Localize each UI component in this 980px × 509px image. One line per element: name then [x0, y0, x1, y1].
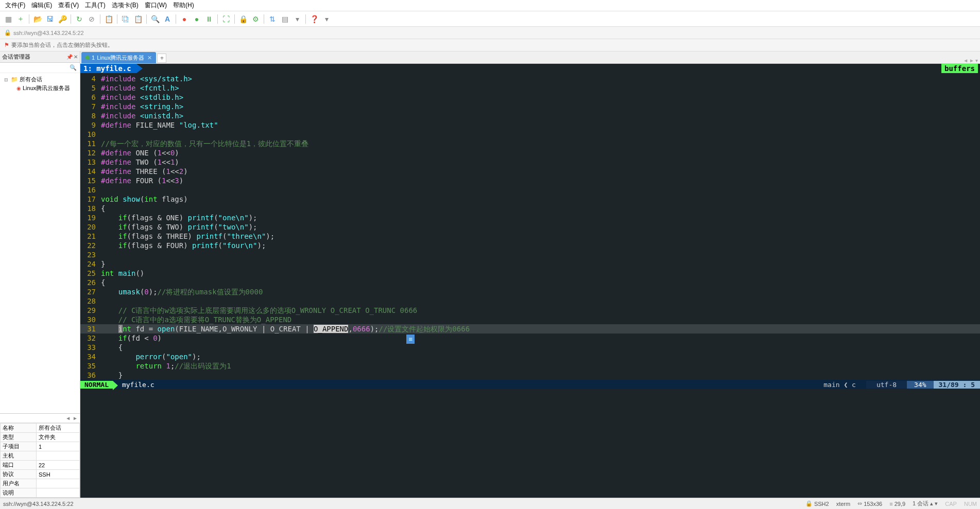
app-statusbar: ssh://wyn@43.143.224.5:22 🔒SSH2 xterm ⇔1…: [0, 498, 980, 509]
code-line: 30 // C语言中的a选项需要将O_TRUNC替换为O_APPEND: [80, 315, 980, 324]
vim-encoding: utf-8: [866, 381, 907, 389]
code-line: 35 return 1;//退出码设置为1: [80, 361, 980, 371]
code-line: 12#define ONE (1<<0): [80, 148, 980, 157]
code-line: 28: [80, 296, 980, 306]
paste-icon[interactable]: 📋: [133, 14, 143, 24]
copy-icon[interactable]: ⿻: [121, 14, 131, 24]
code-line: 20 if(flags & TWO) printf("two\n");: [80, 222, 980, 232]
vim-buffer-tab: 1: myfile.c: [80, 64, 136, 73]
connected-icon: [85, 56, 90, 60]
save-icon[interactable]: 🖫: [45, 14, 55, 24]
menu-item[interactable]: 工具(T): [82, 0, 108, 11]
props-row: 名称所有会话: [1, 424, 80, 433]
tab-prev-icon[interactable]: ◄: [963, 58, 968, 63]
arrange-icon[interactable]: ▤: [280, 14, 290, 24]
code-line: 16: [80, 185, 980, 195]
code-line: 21 if(flags & THREE) printf("three\n");: [80, 232, 980, 241]
statusbar-address: ssh://wyn@43.143.224.5:22: [3, 501, 805, 507]
lock-status-icon: 🔒: [4, 29, 11, 36]
menu-item[interactable]: 编辑(E): [28, 0, 55, 11]
sidebar-search[interactable]: 🔍: [0, 63, 80, 73]
code-line: 8#include <unistd.h>: [80, 111, 980, 120]
address-bar[interactable]: 🔒 ssh://wyn@43.143.224.5:22: [0, 27, 980, 39]
lock-icon[interactable]: 🔒: [238, 14, 248, 24]
font-icon[interactable]: A: [162, 14, 173, 24]
code-line: 5#include <fcntl.h>: [80, 83, 980, 93]
props-row: 子项目1: [1, 442, 80, 451]
tree-session[interactable]: ◉ Linux腾讯云服务器: [2, 84, 78, 93]
code-line: 29 // C语言中的w选项实际上底层需要调用这么多的选项O_WRONLY O_…: [80, 306, 980, 315]
new-session-icon[interactable]: ▦: [3, 14, 13, 24]
pin-icon[interactable]: 📌: [66, 54, 73, 60]
add-tab-button[interactable]: +: [157, 54, 166, 63]
open-icon[interactable]: 📂: [32, 14, 43, 24]
help-icon[interactable]: ❓: [309, 14, 319, 24]
code-line: 26{: [80, 278, 980, 287]
settings-icon[interactable]: ⚙: [250, 14, 261, 24]
disconnect-icon[interactable]: ⊘: [87, 14, 97, 24]
code-line: 17void show(int flags): [80, 195, 980, 204]
record-pause-icon[interactable]: ⏸: [204, 14, 214, 24]
code-line: 34 perror("open");: [80, 352, 980, 361]
sidebar-title: 会话管理器: [2, 53, 30, 61]
menu-item[interactable]: 窗口(W): [142, 0, 170, 11]
vim-filename: myfile.c: [113, 381, 823, 389]
fullscreen-icon[interactable]: ⛶: [221, 14, 231, 24]
code-line: 14#define THREE (1<<2): [80, 167, 980, 176]
buffers-badge: buffers: [941, 64, 978, 73]
session-tab[interactable]: 1 Linux腾讯云服务器 ✕: [81, 52, 156, 63]
menu-item[interactable]: 文件(F): [2, 0, 28, 11]
props-table: 名称所有会话类型文件夹子项目1主机端口22协议SSH用户名说明: [0, 423, 80, 498]
tab-label: Linux腾讯云服务器: [97, 54, 144, 62]
properties-panel: ◄ ► 名称所有会话类型文件夹子项目1主机端口22协议SSH用户名说明: [0, 413, 80, 498]
toolbar: ▦ ＋ 📂 🖫 🔑 ↻ ⊘ 📋 ⿻ 📋 🔍 A ● ● ⏸ ⛶ 🔒 ⚙ ⇅ ▤ …: [0, 11, 980, 27]
reconnect-icon[interactable]: ↻: [74, 14, 84, 24]
transfer-icon[interactable]: ⇅: [267, 14, 278, 24]
menu-item[interactable]: 查看(V): [55, 0, 82, 11]
code-line: 6#include <stdlib.h>: [80, 93, 980, 102]
code-line: 32 if(fd < 0): [80, 334, 980, 343]
new-icon[interactable]: ＋: [15, 14, 26, 24]
dropdown-icon[interactable]: ▾: [292, 14, 302, 24]
tree-root[interactable]: ⊟ 📁 所有会话: [2, 75, 78, 84]
tab-menu-icon[interactable]: ▾: [975, 58, 978, 63]
menu-item[interactable]: 帮助(H): [170, 0, 197, 11]
props-row: 用户名: [1, 479, 80, 488]
session-tree: ⊟ 📁 所有会话 ◉ Linux腾讯云服务器: [0, 73, 80, 413]
vim-mode: NORMAL: [80, 381, 113, 389]
props-row: 协议SSH: [1, 470, 80, 479]
tab-bar: 1 Linux腾讯云服务器 ✕ + ◄ ► ▾: [80, 51, 980, 64]
code-line: 11//每一个宏，对应的数值，只有一个比特位是1，彼此位置不重叠: [80, 139, 980, 148]
vim-git: main ❮ c: [823, 381, 866, 389]
statusbar-session[interactable]: 1 会话 ▴ ▾: [913, 500, 938, 507]
statusbar-pos: ≡29,9: [889, 501, 905, 507]
prev-icon[interactable]: ◄: [65, 415, 71, 421]
record-icon[interactable]: ●: [179, 14, 190, 24]
code-line: 33 {: [80, 343, 980, 352]
find-icon[interactable]: 🔍: [150, 14, 160, 24]
collapse-icon[interactable]: ⊟: [4, 77, 9, 82]
tree-root-label: 所有会话: [20, 76, 42, 83]
prop-icon[interactable]: 📋: [104, 14, 114, 24]
next-icon[interactable]: ►: [73, 415, 78, 421]
code-line: 19 if(flags & ONE) printf("one\n");: [80, 213, 980, 222]
dropdown2-icon[interactable]: ▾: [321, 14, 332, 24]
vim-position: 31/89 : 5: [934, 381, 980, 389]
code-line: 31 int fd = open(FILE_NAME,O_WRONLY | O_…: [80, 324, 980, 334]
code-line: 7#include <string.h>: [80, 102, 980, 111]
code-line: 9#define FILE_NAME "log.txt": [80, 120, 980, 130]
vim-statusline: NORMAL myfile.c main ❮ c utf-8 34% 31/89…: [80, 380, 980, 389]
props-row: 类型文件夹: [1, 433, 80, 442]
record-stop-icon[interactable]: ●: [192, 14, 202, 24]
props-nav: ◄ ►: [0, 414, 80, 423]
menu-item[interactable]: 选项卡(B): [109, 0, 142, 11]
code-line: 36 }: [80, 371, 980, 380]
statusbar-num: NUM: [964, 501, 977, 507]
tab-close-icon[interactable]: ✕: [147, 55, 152, 61]
statusbar-ssh: 🔒SSH2: [805, 500, 829, 507]
terminal[interactable]: 1: myfile.c buffers 4#include <sys/stat.…: [80, 64, 980, 498]
statusbar-cap: CAP: [945, 501, 957, 507]
close-panel-icon[interactable]: ✕: [74, 54, 78, 60]
key-icon[interactable]: 🔑: [57, 14, 67, 24]
tab-next-icon[interactable]: ►: [969, 58, 974, 63]
